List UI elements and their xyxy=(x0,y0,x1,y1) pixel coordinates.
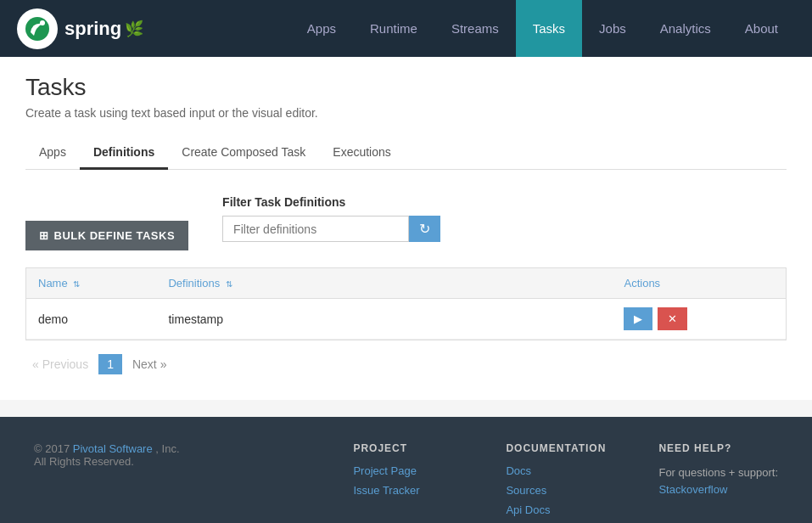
previous-page-button[interactable]: « Previous xyxy=(25,354,95,374)
nav-item-runtime[interactable]: Runtime xyxy=(353,0,434,57)
footer-documentation-title: DOCUMENTATION xyxy=(506,442,608,454)
tab-executions[interactable]: Executions xyxy=(319,137,404,170)
logo-area: spring 🌿 xyxy=(17,8,143,49)
task-actions-cell: ▶ ✕ xyxy=(612,299,786,340)
footer-docs-link[interactable]: Docs xyxy=(506,464,608,477)
table-row: demo timestamp ▶ ✕ xyxy=(26,299,786,340)
toolbar-row: ⊞ BULK DEFINE TASKS Filter Task Definiti… xyxy=(25,195,787,250)
footer-documentation-section: DOCUMENTATION Docs Sources Api Docs xyxy=(506,442,608,523)
logo-circle xyxy=(17,8,58,49)
footer-help-title: NEED HELP? xyxy=(658,442,778,454)
filter-input[interactable] xyxy=(222,216,409,242)
tabs-bar: Apps Definitions Create Composed Task Ex… xyxy=(25,137,787,170)
company-suffix: , Inc. xyxy=(155,442,179,455)
task-name-cell: demo xyxy=(26,299,156,340)
table-header-row: Name ⇅ Definitions ⇅ Actions xyxy=(26,268,786,299)
tab-apps[interactable]: Apps xyxy=(25,137,80,170)
actions-cell: ▶ ✕ xyxy=(624,307,774,330)
nav-item-streams[interactable]: Streams xyxy=(434,0,516,57)
col-header-actions: Actions xyxy=(612,268,786,299)
logo-leaf-icon: 🌿 xyxy=(125,20,143,38)
help-description: For questions + support: xyxy=(658,466,778,479)
col-header-definitions[interactable]: Definitions ⇅ xyxy=(156,268,612,299)
delete-icon: ✕ xyxy=(668,312,677,325)
page-1-button[interactable]: 1 xyxy=(98,354,122,374)
footer-api-docs-link[interactable]: Api Docs xyxy=(506,503,608,516)
svg-point-1 xyxy=(40,20,45,25)
filter-refresh-button[interactable]: ↻ xyxy=(409,216,440,242)
footer: © 2017 Pivotal Software , Inc. All Right… xyxy=(0,417,812,523)
delete-task-button[interactable]: ✕ xyxy=(658,307,687,330)
page-title: Tasks xyxy=(25,74,787,101)
launch-task-button[interactable]: ▶ xyxy=(624,307,652,330)
col-definitions-label: Definitions xyxy=(168,277,220,290)
nav-item-analytics[interactable]: Analytics xyxy=(643,0,728,57)
footer-help-section: NEED HELP? For questions + support: Stac… xyxy=(658,442,778,523)
footer-sources-link[interactable]: Sources xyxy=(506,484,608,497)
nav-item-apps[interactable]: Apps xyxy=(290,0,353,57)
tab-definitions[interactable]: Definitions xyxy=(80,137,168,170)
footer-help-text: For questions + support: Stackoverflow xyxy=(658,464,778,498)
definitions-sort-icon: ⇅ xyxy=(226,279,232,289)
footer-project-section: PROJECT Project Page Issue Tracker xyxy=(353,442,455,523)
bulk-define-button[interactable]: ⊞ BULK DEFINE TASKS xyxy=(25,221,188,250)
task-definitions-table: Name ⇅ Definitions ⇅ Actions xyxy=(25,267,787,340)
footer-copyright: © 2017 Pivotal Software , Inc. All Right… xyxy=(34,442,302,523)
col-actions-label: Actions xyxy=(624,277,660,290)
nav-item-jobs[interactable]: Jobs xyxy=(582,0,643,57)
footer-issue-tracker-link[interactable]: Issue Tracker xyxy=(353,484,455,497)
nav-item-tasks[interactable]: Tasks xyxy=(516,0,582,57)
task-definition-cell: timestamp xyxy=(156,299,612,340)
header: spring 🌿 Apps Runtime Streams Tasks Jobs… xyxy=(0,0,812,57)
company-link[interactable]: Pivotal Software xyxy=(73,442,153,455)
rights-text: All Rights Reserved. xyxy=(34,455,134,468)
main-nav: Apps Runtime Streams Tasks Jobs Analytic… xyxy=(290,0,795,57)
footer-project-title: PROJECT xyxy=(353,442,455,454)
main-content: Tasks Create a task using text based inp… xyxy=(0,57,812,400)
bulk-define-label: BULK DEFINE TASKS xyxy=(54,229,176,242)
pagination: « Previous 1 Next » xyxy=(25,354,787,374)
page-subtitle: Create a task using text based input or … xyxy=(25,106,787,120)
next-page-button[interactable]: Next » xyxy=(126,354,173,374)
filter-row: ↻ xyxy=(222,216,440,242)
col-name-label: Name xyxy=(38,277,68,290)
stackoverflow-link[interactable]: Stackoverflow xyxy=(658,483,727,496)
server-icon: ⊞ xyxy=(39,229,49,242)
refresh-icon: ↻ xyxy=(419,221,430,237)
name-sort-icon: ⇅ xyxy=(73,279,80,289)
spring-logo-icon xyxy=(24,15,51,42)
svg-point-0 xyxy=(25,17,49,41)
filter-label: Filter Task Definitions xyxy=(222,195,440,209)
logo-text: spring xyxy=(64,18,121,40)
content-area: ⊞ BULK DEFINE TASKS Filter Task Definiti… xyxy=(25,187,787,383)
footer-project-page-link[interactable]: Project Page xyxy=(353,464,455,477)
col-header-name[interactable]: Name ⇅ xyxy=(26,268,156,299)
play-icon: ▶ xyxy=(634,312,642,325)
copyright-year: © 2017 xyxy=(34,442,70,455)
tab-create-composed-task[interactable]: Create Composed Task xyxy=(168,137,319,170)
filter-section: Filter Task Definitions ↻ xyxy=(222,195,440,242)
nav-item-about[interactable]: About xyxy=(728,0,795,57)
